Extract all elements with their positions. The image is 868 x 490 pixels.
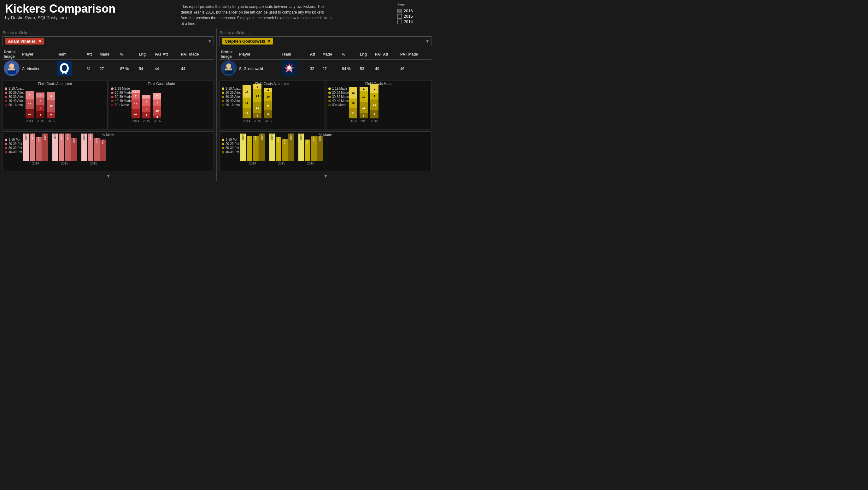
left-pat-made: 44 bbox=[180, 60, 214, 78]
r-legend-20-29-att: 20-29 Atte... bbox=[222, 91, 243, 94]
legend-1-19-att-label: 1-19 Atte... bbox=[8, 87, 24, 90]
right-att-2014-bar2: 11 bbox=[243, 97, 251, 108]
left-stats-table: Profile Image Player Team Att Made % Lng… bbox=[2, 49, 214, 78]
page-subtitle: by Dustin Ryan, SQLDusty.com bbox=[5, 15, 116, 20]
legend-20-29-att: 20-29 Atte... bbox=[5, 91, 26, 94]
right-pct-1-19-label: 1-19 Pct bbox=[225, 138, 237, 141]
legend-1-19-att: 1-19 Atte... bbox=[5, 87, 26, 90]
left-pct-2015-bar3: 100% bbox=[65, 134, 71, 161]
right-kicker-name: Stephen Gostkowski bbox=[225, 39, 265, 44]
left-player-row: A. Vinatieri 31 27 87 % 54 44 bbox=[2, 60, 214, 78]
right-att-2016-bar1: 4 bbox=[264, 88, 272, 92]
left-kicker-name: Adam Vinatieri bbox=[8, 39, 37, 44]
left-fg-made-legend: 1-19 Made 20-29 Made 30-39 Made 40- bbox=[111, 87, 131, 107]
col-pat-made: PAT Made bbox=[180, 49, 214, 60]
legend-30-39-made-label: 30-39 Made bbox=[115, 95, 131, 98]
right-col-att: Att bbox=[309, 49, 321, 60]
legend-50p-att: 50+ Attem... bbox=[5, 103, 26, 107]
left-profile-image-cell bbox=[2, 60, 21, 78]
left-pct-2015-group: 88% 100% 100% 80% 2015 bbox=[52, 134, 77, 165]
legend-20-29-att-label: 20-29 Atte... bbox=[8, 91, 26, 94]
left-made-2016-bar2: 7 bbox=[153, 99, 161, 106]
left-made-2014-bar2: 7 bbox=[131, 93, 140, 99]
right-pct: 84 % bbox=[341, 60, 359, 78]
year-slicer[interactable]: Year 2016 2015 2014 bbox=[397, 2, 429, 25]
right-made: 27 bbox=[321, 60, 341, 78]
right-pct-2014-group: 100% 91% 92% 100% 2014 bbox=[240, 134, 265, 165]
right-att-2014-label: 2014 bbox=[243, 119, 250, 123]
year-2015-rect bbox=[397, 14, 402, 19]
r-legend-40-49-att-dot bbox=[222, 100, 224, 102]
right-fg-attempted-legend: 1-19 Atte... 20-29 Atte... 30-39 Atte... bbox=[222, 87, 243, 107]
year-slicer-label: Year bbox=[397, 2, 406, 7]
r-legend-50p-made-dot bbox=[328, 104, 331, 107]
left-fg-made-chart: Field Goals Made 1-19 Made 20-29 Made bbox=[109, 80, 214, 129]
right-player-row: S. Gostkowski 32 27 84 % 53 4 bbox=[219, 60, 432, 78]
right-fg-charts-row: Field Goals Attempted 1-19 Atte... 20-29… bbox=[219, 80, 432, 129]
right-pct-2016-bar1: 100% bbox=[299, 134, 304, 161]
r-legend-50p-att: 50+ Attem... bbox=[222, 103, 243, 107]
legend-1-19-made: 1-19 Made bbox=[111, 87, 131, 90]
right-kicker-dropdown[interactable]: Stephen Gostkowski ✕ ▾ bbox=[219, 36, 432, 46]
year-2016-rect bbox=[397, 9, 402, 13]
left-att-2014-bar1: 8 bbox=[26, 91, 34, 99]
right-att: 32 bbox=[309, 60, 321, 78]
left-player-name: A. Vinatieri bbox=[21, 60, 56, 78]
col-team: Team bbox=[56, 49, 85, 60]
right-made-2014-label: 2014 bbox=[349, 119, 356, 123]
left-kicker-remove[interactable]: ✕ bbox=[38, 39, 42, 44]
left-pct-1-19-dot bbox=[5, 139, 7, 141]
r-legend-50p-made: 50+ Made bbox=[328, 103, 349, 107]
left-expand-arrow[interactable]: ▾ bbox=[2, 172, 214, 179]
left-made-2015-bar4: 7 bbox=[142, 112, 150, 118]
year-2015-label: 2015 bbox=[404, 14, 413, 19]
right-pct-20-29-dot bbox=[222, 143, 224, 145]
right-made-2016-bar3: 11 bbox=[370, 99, 378, 110]
legend-50p-att-dot bbox=[5, 104, 7, 107]
legend-40-49-att: 40-49 Atte... bbox=[5, 99, 26, 103]
right-col-team: Team bbox=[280, 49, 309, 60]
left-pct-2016-bar4: 78% bbox=[100, 140, 106, 161]
right-dropdown-arrow[interactable]: ▾ bbox=[426, 38, 429, 44]
right-select-label: Select a Kicker... bbox=[219, 30, 432, 35]
svg-rect-4 bbox=[57, 61, 72, 76]
year-2015[interactable]: 2015 bbox=[397, 14, 413, 19]
right-player-name: S. Gostkowski bbox=[238, 60, 280, 78]
left-pct-30-39-dot bbox=[5, 147, 7, 149]
right-pct-2014-bar1: 100% bbox=[240, 134, 246, 161]
legend-40-49-att-label: 40-49 Atte... bbox=[8, 99, 26, 103]
r-legend-50p-made-label: 50+ Made bbox=[332, 103, 346, 107]
year-2014[interactable]: 2014 bbox=[397, 19, 413, 24]
left-att-2015-bar1: 5 bbox=[36, 92, 44, 97]
r-legend-40-49-att: 40-49 Atte... bbox=[222, 99, 243, 103]
legend-50p-made-dot bbox=[111, 104, 114, 107]
right-pct-2014-bar2: 91% bbox=[247, 136, 252, 161]
left-dropdown-arrow[interactable]: ▾ bbox=[209, 38, 211, 44]
left-made-2014-label: 2014 bbox=[132, 119, 139, 123]
left-pct-2014-bar2: 100% bbox=[30, 134, 35, 161]
right-kicker-remove[interactable]: ✕ bbox=[267, 39, 270, 44]
left-kicker-dropdown[interactable]: Adam Vinatieri ✕ ▾ bbox=[2, 36, 214, 46]
year-2016[interactable]: 2016 bbox=[397, 8, 413, 13]
right-pct-2016-label: 2016 bbox=[307, 162, 314, 165]
right-made-2016-label: 2016 bbox=[371, 119, 378, 123]
left-made-2016-label: 2016 bbox=[154, 119, 160, 123]
right-made-2015-bar4: 6 bbox=[360, 113, 368, 118]
right-pct-2016-bar2: 78% bbox=[305, 140, 310, 161]
right-pct-2015-bar4: 100% bbox=[288, 134, 294, 161]
r-legend-1-19-att-label: 1-19 Atte... bbox=[225, 87, 241, 90]
left-pct-2014-bar3: 88% bbox=[36, 137, 42, 161]
right-made-2016-bar1: 9 bbox=[370, 84, 378, 93]
left-made-2014-bar4: 10 bbox=[131, 109, 140, 118]
left-pat-att: 44 bbox=[154, 60, 180, 78]
left-panel: Select a Kicker... Adam Vinatieri ✕ ▾ Pr… bbox=[0, 28, 217, 181]
r-legend-30-39-made-label: 30-39 Made bbox=[332, 95, 349, 98]
left-pct-2015-bar1: 88% bbox=[52, 134, 58, 161]
r-legend-1-19-made: 1-19 Made bbox=[328, 87, 349, 90]
left-att-2015-bar4: 8 bbox=[36, 111, 44, 118]
right-expand-arrow[interactable]: ▾ bbox=[219, 172, 432, 179]
legend-30-39-att-dot bbox=[5, 96, 7, 98]
right-pct-2016-group: 100% 78% 90% 90% 2016 bbox=[299, 134, 323, 165]
left-lng: 54 bbox=[137, 60, 153, 78]
svg-rect-3 bbox=[8, 68, 15, 70]
